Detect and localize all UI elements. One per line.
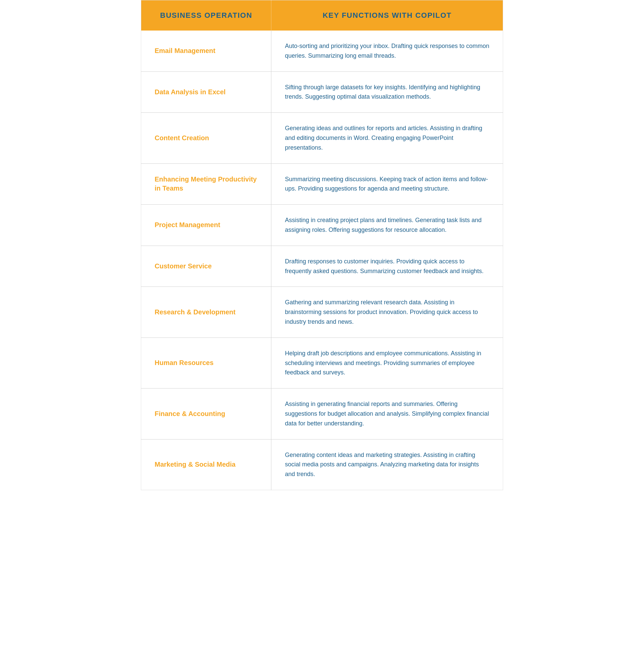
col2-header: KEY FUNCTIONS WITH COPILOT: [271, 0, 503, 31]
col1-header: BUSINESS OPERATION: [141, 0, 271, 31]
table-row: Research & DevelopmentGathering and summ…: [141, 287, 503, 338]
functions-cell: Helping draft job descriptions and emplo…: [271, 338, 503, 388]
table-row: Data Analysis in ExcelSifting through la…: [141, 72, 503, 113]
table-row: Marketing & Social MediaGenerating conte…: [141, 439, 503, 490]
operation-cell: Customer Service: [141, 245, 271, 287]
functions-cell: Gathering and summarizing relevant resea…: [271, 287, 503, 338]
functions-cell: Summarizing meeting discussions. Keeping…: [271, 163, 503, 205]
table-row: Customer ServiceDrafting responses to cu…: [141, 245, 503, 287]
table-row: Content CreationGenerating ideas and out…: [141, 113, 503, 163]
table-row: Project ManagementAssisting in creating …: [141, 205, 503, 246]
functions-cell: Assisting in generating financial report…: [271, 389, 503, 439]
operation-cell: Data Analysis in Excel: [141, 72, 271, 113]
table-row: Email ManagementAuto-sorting and priorit…: [141, 30, 503, 72]
operation-cell: Marketing & Social Media: [141, 439, 271, 490]
operation-cell: Content Creation: [141, 113, 271, 163]
table-row: Enhancing Meeting Productivity in TeamsS…: [141, 163, 503, 205]
operation-cell: Email Management: [141, 30, 271, 72]
main-table: BUSINESS OPERATION KEY FUNCTIONS WITH CO…: [141, 0, 503, 490]
functions-cell: Generating ideas and outlines for report…: [271, 113, 503, 163]
operation-cell: Research & Development: [141, 287, 271, 338]
table-row: Human ResourcesHelping draft job descrip…: [141, 338, 503, 388]
functions-cell: Drafting responses to customer inquiries…: [271, 245, 503, 287]
header-row: BUSINESS OPERATION KEY FUNCTIONS WITH CO…: [141, 0, 503, 31]
functions-cell: Auto-sorting and prioritizing your inbox…: [271, 30, 503, 72]
operation-cell: Project Management: [141, 205, 271, 246]
functions-cell: Sifting through large datasets for key i…: [271, 72, 503, 113]
table-row: Finance & AccountingAssisting in generat…: [141, 389, 503, 439]
operation-cell: Enhancing Meeting Productivity in Teams: [141, 163, 271, 205]
functions-cell: Assisting in creating project plans and …: [271, 205, 503, 246]
operation-cell: Human Resources: [141, 338, 271, 388]
operation-cell: Finance & Accounting: [141, 389, 271, 439]
functions-cell: Generating content ideas and marketing s…: [271, 439, 503, 490]
